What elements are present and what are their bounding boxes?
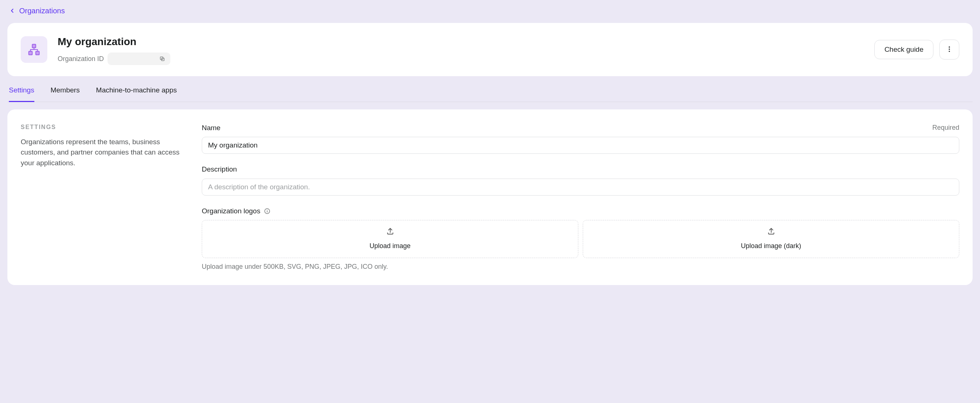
- description-input[interactable]: [202, 178, 959, 196]
- more-vertical-icon: [946, 46, 953, 54]
- breadcrumb-link-organizations[interactable]: Organizations: [19, 5, 65, 16]
- name-input[interactable]: [202, 137, 959, 154]
- tab-settings[interactable]: Settings: [9, 85, 34, 102]
- settings-section-heading: SETTINGS: [21, 123, 180, 132]
- info-icon[interactable]: [264, 208, 270, 215]
- chevron-left-icon[interactable]: [9, 7, 16, 14]
- upload-icon: [767, 227, 775, 238]
- upload-icon: [386, 227, 394, 238]
- settings-section-description: Organizations represent the teams, busin…: [21, 137, 180, 169]
- description-label: Description: [202, 164, 237, 175]
- upload-hint: Upload image under 500KB, SVG, PNG, JPEG…: [202, 262, 959, 272]
- upload-image-light[interactable]: Upload image: [202, 220, 578, 258]
- page-title: My organization: [58, 34, 864, 49]
- org-id-chip: [108, 53, 170, 65]
- copy-icon[interactable]: [159, 56, 165, 62]
- settings-panel: SETTINGS Organizations represent the tea…: [7, 110, 973, 285]
- svg-rect-1: [29, 51, 32, 55]
- name-label: Name: [202, 123, 221, 134]
- more-actions-button[interactable]: [939, 40, 959, 59]
- svg-point-10: [267, 210, 268, 210]
- organization-icon: [21, 36, 47, 63]
- tab-m2m-apps[interactable]: Machine-to-machine apps: [96, 85, 177, 102]
- tabs: Settings Members Machine-to-machine apps: [7, 76, 973, 102]
- upload-image-dark-label: Upload image (dark): [741, 241, 801, 251]
- svg-rect-2: [36, 51, 40, 55]
- breadcrumb: Organizations: [7, 0, 973, 23]
- upload-image-light-label: Upload image: [369, 241, 410, 251]
- check-guide-button[interactable]: Check guide: [874, 40, 934, 59]
- logos-label: Organization logos: [202, 206, 260, 217]
- tab-members[interactable]: Members: [51, 85, 80, 102]
- org-id-label: Organization ID: [58, 54, 104, 64]
- upload-image-dark[interactable]: Upload image (dark): [583, 220, 959, 258]
- svg-point-7: [948, 51, 950, 52]
- name-required-badge: Required: [932, 123, 959, 133]
- header-card: My organization Organization ID Check gu…: [7, 23, 973, 76]
- svg-point-5: [948, 46, 950, 47]
- svg-point-6: [948, 48, 950, 49]
- svg-rect-0: [32, 45, 36, 48]
